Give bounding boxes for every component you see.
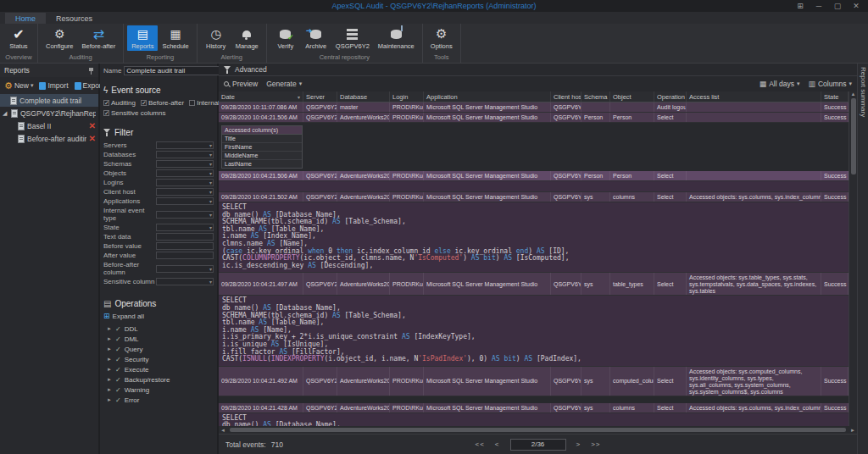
vertical-scroll-thumb[interactable] xyxy=(851,98,856,174)
tree-item-qsgpv6y2-rejhanreports[interactable]: ◢QSGPV6Y2\RejhanReports xyxy=(0,107,98,119)
scroll-up-icon[interactable]: ▲ xyxy=(851,91,856,97)
maintenance-button[interactable]: Maintenance xyxy=(374,25,419,51)
event-row[interactable]: 09/28/2020 10:04:21.502 AMQSGPV6Y2Advent… xyxy=(219,192,849,202)
event-row[interactable]: 09/28/2020 10:04:21.492 AMQSGPV6Y2Advent… xyxy=(219,367,849,396)
operation-warning[interactable]: ►✓Warning xyxy=(103,385,214,395)
text-data-input[interactable] xyxy=(156,233,214,241)
before-after-column-dropdown[interactable]: ▾ xyxy=(156,265,214,273)
preview-button[interactable]: Preview xyxy=(224,80,258,88)
expand-caret-icon[interactable]: ► xyxy=(107,377,112,382)
scroll-right-icon[interactable]: ► xyxy=(849,428,857,433)
window-title: ApexSQL Audit - QSGPV6Y2\RejhanReports (… xyxy=(0,2,868,10)
servers-dropdown[interactable]: ▾ xyxy=(156,141,214,149)
cell-access-list: Accessed objects: sys.columns, sys.index… xyxy=(687,403,821,412)
operation-security[interactable]: ►✓Security xyxy=(103,354,214,364)
new-report-button[interactable]: New ▾ xyxy=(4,80,33,91)
operation-query[interactable]: ►✓Query xyxy=(103,344,214,354)
import-button[interactable]: Import xyxy=(39,81,68,90)
report-name-input[interactable] xyxy=(124,66,222,75)
event-row[interactable]: 09/28/2020 10:04:21.506 AMQSGPV6Y2Advent… xyxy=(219,171,849,181)
operation-execute[interactable]: ►✓Execute xyxy=(103,364,214,374)
minimize-icon[interactable]: ─ xyxy=(814,2,824,11)
advanced-funnel-icon xyxy=(224,66,231,74)
import-label: Import xyxy=(47,81,68,90)
event-row[interactable]: 09/28/2020 10:04:21.497 AMQSGPV6Y2Advent… xyxy=(219,273,849,296)
delete-report-icon[interactable]: ✕ xyxy=(89,121,96,130)
advanced-button[interactable]: Advanced xyxy=(235,65,267,74)
expand-caret-icon[interactable]: ► xyxy=(107,326,112,331)
tab-home[interactable]: Home xyxy=(5,13,46,24)
expand-icon[interactable]: ⊞ xyxy=(795,2,805,11)
delete-report-icon[interactable]: ✕ xyxy=(89,134,96,143)
operation-dml[interactable]: ►✓DML xyxy=(103,334,214,344)
accessed-columns-header: Accessed column(s) xyxy=(222,126,302,135)
expand-caret-icon[interactable]: ► xyxy=(107,387,112,392)
applications-dropdown[interactable]: ▾ xyxy=(156,197,214,205)
tree-item-basel-ii[interactable]: Basel II✕ xyxy=(0,119,98,132)
checkbox-before-after[interactable]: ✓Before-after xyxy=(141,99,184,107)
reports-button[interactable]: Reports xyxy=(127,25,158,51)
close-icon[interactable]: ✕ xyxy=(851,2,861,11)
cell-client-host: QSGPV6Y2 xyxy=(551,171,581,180)
client-host-dropdown[interactable]: ▾ xyxy=(156,188,214,196)
tree-item-before-after-auditing[interactable]: Before-after auditing✕ xyxy=(0,132,98,145)
prev-page-button[interactable]: < xyxy=(495,440,500,448)
scroll-left-icon[interactable]: ◄ xyxy=(219,428,227,433)
sensitive-column-dropdown[interactable]: ▾ xyxy=(156,278,214,285)
expand-caret-icon[interactable]: ► xyxy=(107,367,112,372)
schedule-button[interactable]: Schedule xyxy=(158,25,192,51)
tab-resources[interactable]: Resources xyxy=(46,13,103,24)
filter-row-schemas: Schemas▾ xyxy=(103,160,214,168)
operation-ddl[interactable]: ►✓DDL xyxy=(103,324,214,334)
generate-button[interactable]: Generate ▾ xyxy=(266,80,302,88)
archive-button[interactable]: Archive xyxy=(301,25,331,51)
pin-icon[interactable] xyxy=(88,67,94,75)
checkbox-sensitive-columns[interactable]: ✓Sensitive columns xyxy=(103,109,165,117)
sql-line: ic.is_descending_key AS [Descending], xyxy=(222,263,849,270)
options-button[interactable]: Options xyxy=(426,25,457,51)
manage-button[interactable]: Manage xyxy=(231,25,263,51)
status-button[interactable]: Status xyxy=(3,25,34,51)
report-summary-tab[interactable]: Report summary xyxy=(860,67,867,117)
vertical-scrollbar[interactable]: ▲ xyxy=(849,91,857,426)
side-tab-strip: Report summary xyxy=(857,64,868,454)
configure-button[interactable]: Configure xyxy=(42,25,78,51)
next-page-button[interactable]: > xyxy=(576,440,581,448)
first-page-button[interactable]: << xyxy=(475,440,484,448)
internal-event-type-dropdown[interactable]: ▾ xyxy=(156,211,214,219)
event-row[interactable]: 09/28/2020 10:11:07.086 AMQSGPV6Y2master… xyxy=(219,102,849,113)
operation-error[interactable]: ►✓Error xyxy=(103,395,214,405)
before-value-input[interactable] xyxy=(156,242,214,250)
schemas-dropdown[interactable]: ▾ xyxy=(156,160,214,168)
objects-dropdown[interactable]: ▾ xyxy=(156,169,214,177)
logins-dropdown[interactable]: ▾ xyxy=(156,179,214,186)
checkbox-auditing[interactable]: ✓Auditing xyxy=(103,99,136,107)
accessed-column-item: FirstName xyxy=(222,143,302,152)
operation-backup-restore[interactable]: ►✓Backup/restore xyxy=(103,374,214,385)
tree-item-complete-audit-trail[interactable]: Complete audit trail xyxy=(0,94,98,107)
event-row[interactable]: 09/28/2020 10:04:21.506 AMQSGPV6Y2Advent… xyxy=(219,113,849,123)
restore-icon[interactable]: ▢ xyxy=(832,2,843,11)
expand-caret-icon[interactable]: ► xyxy=(107,397,112,402)
columns-button[interactable]: Columns ▾ xyxy=(808,80,852,88)
horizontal-scrollbar[interactable]: ◄ ► xyxy=(219,426,857,434)
all-days-button[interactable]: All days ▾ xyxy=(760,80,800,88)
databases-dropdown[interactable]: ▾ xyxy=(156,151,214,158)
checkbox-internal[interactable]: Internal xyxy=(189,99,220,107)
horizontal-scroll-thumb[interactable] xyxy=(230,428,846,432)
expand-caret-icon[interactable]: ► xyxy=(107,336,112,341)
state-dropdown[interactable]: ▾ xyxy=(156,224,214,231)
expand-caret-icon[interactable]: ► xyxy=(107,346,112,352)
after-value-input[interactable] xyxy=(156,252,214,259)
expanded-caret-icon[interactable]: ◢ xyxy=(3,110,8,117)
event-row[interactable]: 09/28/2020 10:04:21.428 AMQSGPV6Y2Advent… xyxy=(219,403,849,413)
last-page-button[interactable]: >> xyxy=(591,440,600,448)
history-button[interactable]: History xyxy=(201,25,231,51)
before-after-button[interactable]: Before-after xyxy=(78,25,120,51)
qsgpv6y2-button[interactable]: QSGPV6Y2 xyxy=(331,25,374,51)
expand-all-button[interactable]: Expand all xyxy=(103,312,214,320)
page-number-input[interactable] xyxy=(510,439,566,451)
expand-caret-icon[interactable]: ► xyxy=(107,357,112,362)
export-button[interactable]: Export xyxy=(75,81,104,90)
verify-button[interactable]: Verify xyxy=(270,25,301,51)
